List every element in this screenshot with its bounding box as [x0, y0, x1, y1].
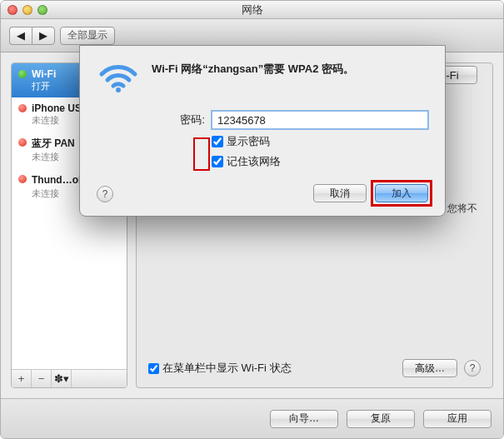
advanced-button[interactable]: 高级… — [402, 359, 457, 377]
forward-icon: ▶ — [39, 29, 47, 42]
svg-point-0 — [116, 87, 121, 92]
forward-button[interactable]: ▶ — [32, 27, 55, 45]
show-password-input[interactable] — [212, 136, 223, 147]
menubar-status-label: 在菜单栏中显示 Wi-Fi 状态 — [162, 361, 292, 376]
remember-network-input[interactable] — [212, 156, 223, 167]
window-title: 网络 — [1, 2, 503, 17]
revert-button[interactable]: 复原 — [347, 410, 415, 428]
status-row: 在菜单栏中显示 Wi-Fi 状态 高级… ? — [148, 359, 481, 377]
status-dot-icon — [18, 138, 27, 147]
show-password-checkbox[interactable]: 显示密码 — [212, 134, 270, 149]
menubar-status-input[interactable] — [148, 363, 159, 374]
password-input[interactable] — [212, 111, 428, 129]
status-dot-icon — [18, 104, 27, 112]
nav-segment: ◀ ▶ — [9, 27, 55, 45]
back-button[interactable]: ◀ — [9, 27, 32, 45]
wifi-icon — [97, 61, 140, 94]
action-menu-button[interactable]: ✽▾ — [52, 370, 72, 387]
help-button[interactable]: ? — [464, 360, 481, 377]
status-dot-icon — [18, 175, 27, 183]
sidebar-footer: + − ✽▾ — [12, 369, 127, 387]
remember-network-checkbox[interactable]: 记住该网络 — [212, 154, 281, 169]
password-row: 密码: — [97, 111, 428, 129]
dialog-message: Wi-Fi 网络“zhangsan”需要 WPA2 密码。 — [152, 61, 354, 77]
add-service-button[interactable]: + — [12, 370, 32, 387]
password-label: 密码: — [97, 112, 205, 127]
status-dot-icon — [18, 70, 27, 78]
sidebar-item-title: Wi-Fi — [32, 68, 56, 80]
menubar-status-checkbox[interactable]: 在菜单栏中显示 Wi-Fi 状态 — [148, 361, 292, 376]
cancel-button[interactable]: 取消 — [313, 184, 367, 202]
sidebar-item-sub: 未连接 — [32, 151, 75, 163]
show-password-label: 显示密码 — [227, 134, 270, 149]
join-button[interactable]: 加入 — [375, 184, 428, 202]
remove-service-button[interactable]: − — [32, 370, 52, 387]
back-icon: ◀ — [17, 29, 25, 42]
dialog-help-button[interactable]: ? — [97, 186, 113, 202]
window-footer: 向导… 复原 应用 — [1, 398, 503, 438]
assist-button[interactable]: 向导… — [270, 410, 338, 428]
preferences-window: 网络 ◀ ▶ 全部显示 Wi-Fi 打开 iPhone U — [0, 0, 504, 439]
titlebar: 网络 — [1, 1, 503, 19]
remember-network-label: 记住该网络 — [227, 154, 281, 169]
sidebar-item-title: 蓝牙 PAN — [32, 137, 75, 151]
wifi-password-dialog: Wi-Fi 网络“zhangsan”需要 WPA2 密码。 密码: 显示密码 记… — [79, 45, 446, 217]
dialog-footer: 取消 加入 — [97, 184, 428, 202]
gear-icon: ✽▾ — [54, 372, 69, 385]
sidebar-item-sub: 打开 — [32, 80, 56, 92]
show-all-button[interactable]: 全部显示 — [60, 27, 115, 45]
apply-button[interactable]: 应用 — [423, 410, 492, 428]
